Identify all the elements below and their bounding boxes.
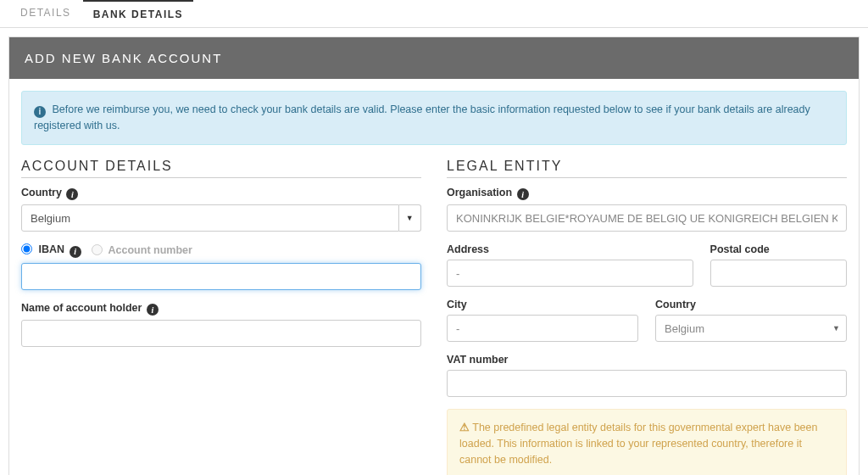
- iban-radio[interactable]: [21, 243, 32, 254]
- city-input: [447, 315, 638, 342]
- warning-alert: ⚠ The predefined legal entity details fo…: [447, 409, 847, 475]
- account-details-section: ACCOUNT DETAILS Country i ▼: [21, 157, 421, 476]
- country-select[interactable]: ▼: [21, 204, 421, 232]
- iban-radio-label[interactable]: IBAN i: [21, 243, 81, 258]
- account-number-radio-label: Account number: [92, 244, 192, 256]
- organisation-label: Organisation i: [447, 187, 847, 201]
- holder-input[interactable]: [21, 320, 421, 347]
- info-icon[interactable]: i: [517, 188, 529, 200]
- info-alert: i Before we reimburse you, we need to ch…: [21, 91, 847, 145]
- tab-details[interactable]: DETAILS: [10, 0, 81, 27]
- legal-entity-section: LEGAL ENTITY Organisation i Address Post…: [447, 157, 847, 476]
- panel-title: ADD NEW BANK ACCOUNT: [9, 37, 859, 79]
- tab-bar: DETAILS BANK DETAILS: [0, 0, 868, 28]
- legal-country-input: [655, 315, 847, 342]
- chevron-down-icon: ▼: [832, 324, 840, 332]
- legal-entity-heading: LEGAL ENTITY: [447, 159, 847, 178]
- holder-label: Name of account holder i: [21, 302, 421, 316]
- chevron-down-icon[interactable]: ▼: [399, 204, 421, 232]
- vat-input: [447, 370, 847, 397]
- account-id-type-radio-group: IBAN i Account number: [21, 243, 421, 258]
- tab-bank-details[interactable]: BANK DETAILS: [83, 0, 193, 27]
- panel-add-bank-account: ADD NEW BANK ACCOUNT i Before we reimbur…: [8, 36, 860, 475]
- info-icon: i: [34, 106, 46, 118]
- info-alert-text: Before we reimburse you, we need to chec…: [34, 103, 810, 131]
- organisation-input: [447, 204, 847, 232]
- info-icon[interactable]: i: [147, 304, 159, 316]
- warning-icon: ⚠: [459, 422, 470, 433]
- vat-label: VAT number: [447, 354, 847, 366]
- info-icon[interactable]: i: [70, 246, 81, 258]
- country-value[interactable]: [21, 204, 399, 232]
- legal-country-label: Country: [655, 299, 847, 310]
- postal-input: [710, 260, 847, 287]
- iban-input[interactable]: [21, 263, 421, 290]
- warning-text: The predefined legal entity details for …: [459, 422, 817, 466]
- country-label: Country i: [21, 187, 421, 201]
- address-input: [447, 260, 693, 287]
- account-number-radio: [92, 244, 103, 255]
- city-label: City: [447, 299, 638, 310]
- info-icon[interactable]: i: [66, 188, 78, 200]
- address-label: Address: [447, 243, 693, 255]
- postal-label: Postal code: [710, 243, 847, 255]
- account-details-heading: ACCOUNT DETAILS: [21, 159, 421, 178]
